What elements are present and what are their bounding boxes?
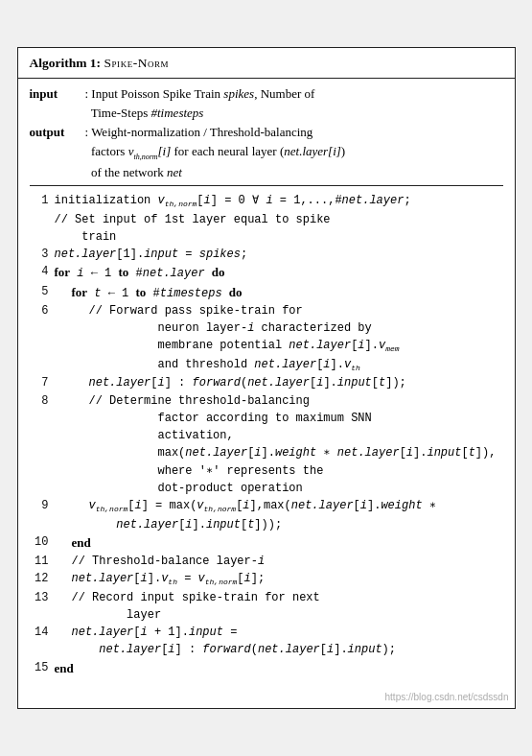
- line-num-11: 11: [30, 553, 49, 570]
- line-content-13: // Record input spike-train for next lay…: [55, 589, 503, 624]
- line-content-12: net.layer[i].vth = vth,norm[i];: [55, 570, 503, 589]
- algorithm-body: input : Input Poisson Spike Train spikes…: [18, 79, 515, 687]
- code-line-10: 10 end: [30, 533, 503, 553]
- code-line-15: 15 end: [30, 659, 503, 678]
- algorithm-box: Algorithm 1: Spike-Norm input : Input Po…: [17, 47, 516, 710]
- divider: [30, 185, 503, 186]
- output-content: : Weight-normalization / Threshold-balan…: [85, 123, 503, 181]
- line-content-15: end: [55, 659, 503, 678]
- line-content-7: net.layer[i] : forward(net.layer[i].inpu…: [55, 374, 503, 391]
- line-num-14: 14: [30, 624, 49, 641]
- code-line-3: 3 net.layer[1].input = spikes;: [30, 246, 503, 263]
- algorithm-title: Spike-Norm: [104, 56, 170, 70]
- line-content-5: for t ← 1 to #timesteps do: [55, 283, 503, 302]
- line-content-6: // Forward pass spike-train for neuron l…: [55, 302, 503, 375]
- line-num-10: 10: [30, 533, 49, 551]
- line-num-5: 5: [30, 283, 49, 300]
- input-content: : Input Poisson Spike Train spikes, Numb…: [85, 84, 503, 122]
- code-line-5: 5 for t ← 1 to #timesteps do: [30, 283, 503, 302]
- line-num-7: 7: [30, 374, 49, 391]
- line-content-3: net.layer[1].input = spikes;: [55, 246, 503, 263]
- watermark: https://blog.csdn.net/csdssdn: [18, 688, 515, 709]
- line-num-4: 4: [30, 263, 49, 280]
- code-line-1: 1 initialization vth,norm[i] = 0 ∀ i = 1…: [30, 192, 503, 211]
- line-content-10: end: [55, 533, 503, 553]
- line-num-1: 1: [30, 192, 49, 209]
- line-num-12: 12: [30, 570, 49, 587]
- code-line-9: 9 vth,norm[i] = max(vth,norm[i],max(net.…: [30, 497, 503, 533]
- line-num-9: 9: [30, 497, 49, 514]
- input-label: input: [30, 84, 85, 104]
- code-line-8: 8 // Determine threshold-balancing facto…: [30, 392, 503, 497]
- line-content-14: net.layer[i + 1].input = net.layer[i] : …: [55, 624, 503, 658]
- line-content-11: // Threshold-balance layer-i: [55, 553, 503, 570]
- line-num-6: 6: [30, 302, 49, 319]
- line-content-4: for i ← 1 to #net.layer do: [55, 263, 503, 282]
- io-section: input : Input Poisson Spike Train spikes…: [30, 84, 503, 181]
- code-section: 1 initialization vth,norm[i] = 0 ∀ i = 1…: [30, 192, 503, 678]
- line-content-9: vth,norm[i] = max(vth,norm[i],max(net.la…: [55, 497, 503, 533]
- input-row: input : Input Poisson Spike Train spikes…: [30, 84, 503, 122]
- code-line-7: 7 net.layer[i] : forward(net.layer[i].in…: [30, 374, 503, 391]
- output-row: output : Weight-normalization / Threshol…: [30, 123, 503, 181]
- output-label: output: [30, 123, 85, 142]
- code-line-11: 11 // Threshold-balance layer-i: [30, 553, 503, 570]
- line-num-13: 13: [30, 589, 49, 606]
- code-line-comment-1: // Set input of 1st layer equal to spike…: [30, 211, 503, 246]
- code-line-12: 12 net.layer[i].vth = vth,norm[i];: [30, 570, 503, 589]
- line-num-3: 3: [30, 246, 49, 263]
- algorithm-header: Algorithm 1: Spike-Norm: [18, 48, 515, 80]
- line-content-8: // Determine threshold-balancing factor …: [55, 392, 503, 497]
- code-line-14: 14 net.layer[i + 1].input = net.layer[i]…: [30, 624, 503, 658]
- code-line-13: 13 // Record input spike-train for next …: [30, 589, 503, 624]
- line-num-8: 8: [30, 392, 49, 410]
- line-content-1: initialization vth,norm[i] = 0 ∀ i = 1,.…: [55, 192, 503, 211]
- line-num-15: 15: [30, 659, 49, 676]
- algorithm-label: Algorithm 1:: [30, 56, 102, 70]
- code-line-6: 6 // Forward pass spike-train for neuron…: [30, 302, 503, 375]
- code-line-4: 4 for i ← 1 to #net.layer do: [30, 263, 503, 282]
- line-content-comment-1: // Set input of 1st layer equal to spike…: [55, 211, 503, 246]
